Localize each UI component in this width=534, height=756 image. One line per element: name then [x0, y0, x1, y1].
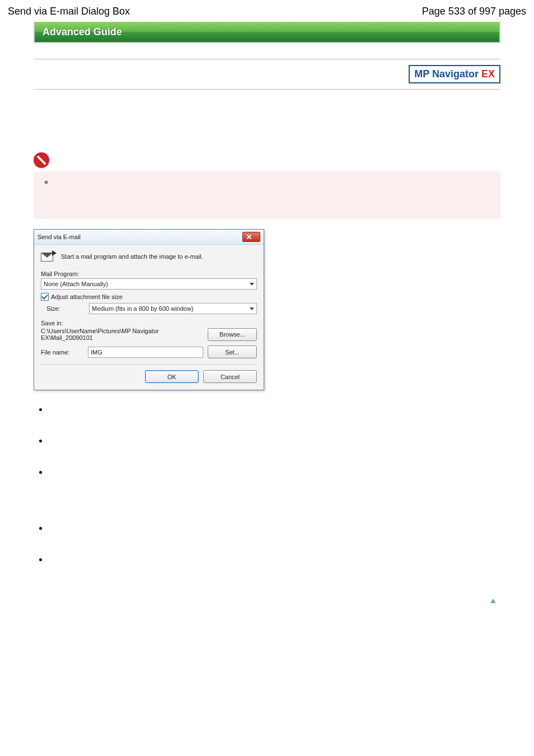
- bullet-icon: [39, 408, 42, 411]
- size-select[interactable]: Medium (fits in a 800 by 600 window): [89, 303, 257, 314]
- doc-title: Send via E-mail Dialog Box: [8, 6, 130, 17]
- important-note-box: [34, 171, 500, 219]
- savein-path: C:\Users\UserName\Pictures\MP Navigator …: [41, 328, 204, 341]
- savein-label: Save in:: [41, 320, 257, 326]
- filename-input[interactable]: [88, 347, 203, 358]
- mail-program-label: Mail Program:: [41, 270, 257, 277]
- note-bullet-icon: [45, 181, 48, 184]
- brand-name: MP Navigator: [414, 68, 481, 80]
- adjust-size-checkbox[interactable]: [41, 293, 49, 301]
- dialog-title: Send via E-mail: [38, 234, 81, 240]
- brand-badge: MP Navigator EX: [409, 65, 500, 83]
- size-label: Size:: [41, 305, 89, 312]
- chevron-down-icon: [250, 283, 254, 286]
- chevron-down-icon: [250, 307, 254, 310]
- dialog-titlebar: Send via E-mail: [34, 230, 264, 245]
- divider: [34, 59, 500, 59]
- set-button[interactable]: Set...: [208, 346, 257, 358]
- options-list: [39, 406, 500, 587]
- page-counter: Page 533 of 997 pages: [422, 6, 526, 17]
- size-value: Medium (fits in a 800 by 600 window): [92, 305, 194, 312]
- page-top-icon[interactable]: [490, 599, 496, 603]
- mail-program-select[interactable]: None (Attach Manually): [41, 278, 257, 290]
- close-icon[interactable]: [242, 232, 260, 242]
- advanced-guide-banner: Advanced Guide: [34, 22, 500, 43]
- mail-program-value: None (Attach Manually): [44, 281, 108, 287]
- ok-button[interactable]: OK: [145, 370, 199, 383]
- divider: [34, 89, 500, 90]
- filename-label: File name:: [41, 349, 83, 356]
- adjust-size-label: Adjust attachment file size: [51, 293, 123, 300]
- mail-send-icon: [41, 250, 55, 263]
- advanced-guide-title: Advanced Guide: [43, 26, 122, 38]
- dialog-intro-text: Start a mail program and attach the imag…: [61, 253, 203, 260]
- bullet-icon: [39, 527, 42, 530]
- bullet-icon: [39, 558, 42, 561]
- bullet-icon: [39, 440, 42, 442]
- browse-button[interactable]: Browse...: [208, 328, 257, 341]
- cancel-button[interactable]: Cancel: [203, 370, 257, 383]
- bullet-icon: [39, 471, 42, 474]
- send-via-email-dialog: Send via E-mail Start a mail program and…: [34, 229, 264, 390]
- prohibit-icon: [30, 149, 53, 171]
- brand-suffix: EX: [481, 68, 495, 80]
